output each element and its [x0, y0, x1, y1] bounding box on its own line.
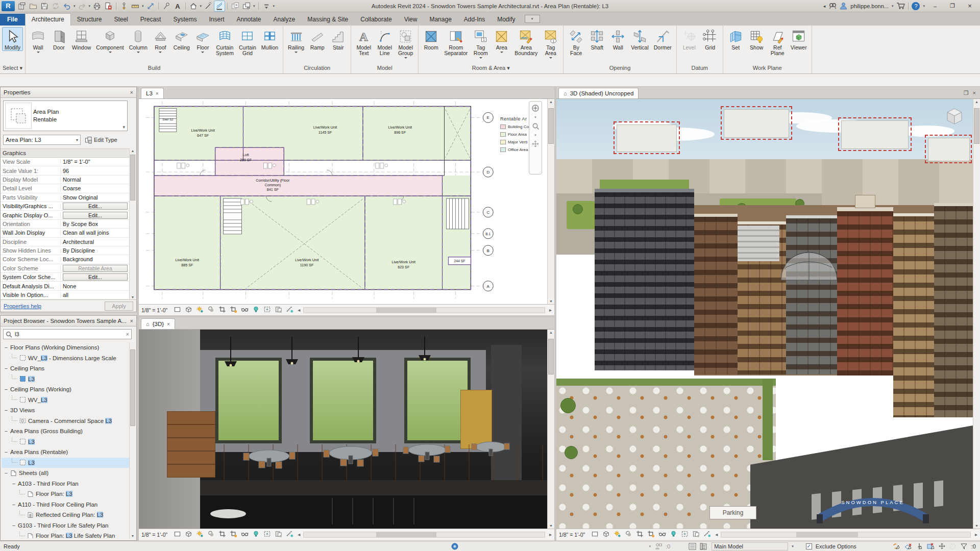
property-value[interactable]: Coarse [61, 185, 130, 191]
menu-caret-icon[interactable] [137, 52, 140, 55]
select-by-face-icon[interactable] [926, 542, 935, 550]
door-button[interactable]: Door [48, 27, 69, 51]
section-mark-button[interactable] [203, 1, 213, 11]
tag-button[interactable] [161, 1, 172, 11]
tag-room-button[interactable]: 1TagRoom [470, 27, 491, 61]
tree-item[interactable]: L3 [2, 374, 129, 385]
collapse-toggle-icon[interactable]: − [11, 522, 16, 529]
exterior-scale[interactable]: 1/8" = 1'-0" [559, 532, 585, 538]
tag-area-button[interactable]: 1TagArea [540, 27, 561, 61]
property-value[interactable]: Clean all wall joins [61, 230, 130, 236]
mullion-button[interactable]: Mullion [259, 27, 281, 51]
collapse-toggle-icon[interactable]: − [4, 470, 9, 476]
tree-category[interactable]: −3D Views [2, 405, 129, 416]
tree-category[interactable]: −Area Plans (Gross Building) [2, 426, 129, 437]
viewer-button[interactable]: Viewer [788, 27, 810, 51]
plan-view-tab[interactable]: L3× [141, 88, 164, 98]
tree-item[interactable]: Reflected Ceiling Plan: L3 [2, 510, 129, 520]
vertical-button[interactable]: Vertical [628, 27, 651, 51]
aligned-dim-button[interactable] [145, 1, 156, 11]
tree-category[interactable]: −Ceiling Plans [2, 363, 129, 374]
help-icon[interactable]: ? [912, 2, 920, 10]
tree-item[interactable]: Camera - Commercial Space L3 [2, 416, 129, 427]
vc-reveal-icon[interactable] [681, 530, 689, 538]
tab-massing-site[interactable]: Massing & Site [301, 14, 354, 26]
vc-glasses-icon[interactable] [241, 530, 249, 538]
home-3d-button[interactable] [188, 1, 199, 11]
vc-crop-icon[interactable] [218, 530, 226, 538]
property-value[interactable]: By Discipline [61, 247, 130, 254]
pin-measure-button[interactable] [119, 1, 129, 11]
area-boundary-button[interactable]: AreaBoundary [512, 27, 540, 57]
tree-item[interactable]: Floor Plan: L3 [2, 489, 129, 499]
vc-bulb-icon[interactable] [252, 306, 260, 313]
model-group-button[interactable]: ModelGroup [395, 27, 416, 61]
scroll-right-icon[interactable]: ▸ [549, 532, 552, 537]
vc-style-icon[interactable] [174, 530, 181, 538]
menu-caret-icon[interactable] [37, 52, 40, 55]
vc-detail-icon[interactable] [185, 306, 192, 313]
vc-sun-icon[interactable] [614, 530, 621, 538]
room-separator-button[interactable]: RoomSeparator [442, 27, 470, 57]
plan-hscrollbar[interactable] [303, 307, 545, 313]
dropdown-caret-icon[interactable]: ▾ [142, 4, 144, 8]
vc-detail-icon[interactable] [185, 530, 192, 538]
vc-shadow-icon[interactable] [207, 306, 215, 313]
tab-add-ins[interactable]: Add-Ins [458, 14, 491, 26]
design-options-dialog-icon[interactable] [700, 543, 708, 550]
graphics-section-header[interactable]: Graphics [1, 148, 130, 158]
vc-bulb-icon[interactable] [252, 530, 260, 538]
property-value[interactable]: Architectural [61, 239, 130, 245]
tree-item[interactable]: L3 [2, 437, 129, 447]
vc-crop-show-icon[interactable] [230, 530, 237, 538]
tree-item[interactable]: WV_L3 [2, 395, 129, 406]
switch-windows-button[interactable] [241, 1, 252, 11]
curtain-grid-button[interactable]: CurtainGrid [236, 27, 259, 57]
vc-reveal-icon[interactable] [263, 530, 271, 538]
instance-selector[interactable]: Area Plan: L3▾ [3, 135, 81, 145]
vc-worksets-icon[interactable] [275, 306, 282, 313]
tab-view[interactable]: View [398, 14, 424, 26]
collapse-toggle-icon[interactable]: − [4, 449, 9, 455]
close-hidden-button[interactable] [230, 1, 240, 11]
active-design-option-select[interactable]: Main Model [712, 542, 788, 550]
set-button[interactable]: Set [725, 27, 746, 51]
plan-tab-close-icon[interactable]: × [156, 91, 159, 96]
vc-worksets-icon[interactable] [275, 530, 282, 538]
tree-category[interactable]: −G103 - Third Floor Life Safety Plan [2, 520, 129, 531]
vc-shadow-icon[interactable] [207, 530, 215, 538]
exterior-view-tab[interactable]: ⌂ 3D (Shaded) Uncropped [558, 88, 639, 98]
browser-search-input[interactable]: l3 × [3, 329, 132, 339]
tab-manage[interactable]: Manage [423, 14, 457, 26]
vc-crop-icon[interactable] [218, 306, 226, 313]
tab-precast[interactable]: Precast [134, 14, 167, 26]
collapse-toggle-icon[interactable]: − [4, 386, 9, 392]
menu-caret-icon[interactable] [295, 52, 298, 55]
vc-crop-show-icon[interactable] [647, 530, 655, 538]
exterior-canvas[interactable]: Parking SNOWDON PLACE [556, 99, 973, 529]
collapse-chevron-icon[interactable]: ◂ [298, 532, 300, 537]
plan-canvas[interactable]: Stair S2 Live/Work Unit647 SF Live/Work … [139, 99, 547, 304]
properties-scrollbar[interactable]: ▲▼ [129, 148, 136, 299]
dropdown-caret-icon[interactable]: ▾ [200, 4, 202, 8]
collapse-toggle-icon[interactable]: − [11, 481, 16, 487]
tree-category[interactable]: −Area Plans (Rentable) [2, 447, 129, 458]
design-option-caret-icon[interactable]: ▾ [792, 544, 794, 548]
redo-button[interactable] [77, 1, 87, 11]
drag-on-selection-icon[interactable] [938, 542, 946, 550]
scroll-right-icon[interactable]: ▸ [975, 532, 977, 537]
plan-vscrollbar[interactable]: ▲▼ [547, 99, 554, 304]
select-pinned-icon[interactable] [916, 542, 923, 550]
interior-scale[interactable]: 1/8" = 1'-0" [141, 532, 167, 538]
tree-category[interactable]: −Floor Plans (Working Dimensions) [2, 342, 129, 353]
filter-icon[interactable] [960, 543, 968, 550]
browser-scrollbar[interactable]: ▼ [129, 342, 136, 538]
collapse-chevron-icon[interactable]: ◂ [298, 307, 300, 313]
vc-style-icon[interactable] [174, 306, 181, 313]
exterior-vscrollbar[interactable]: ▲▼ [973, 99, 980, 529]
property-edit-button[interactable]: Edit... [63, 203, 128, 210]
properties-help-link[interactable]: Properties help [4, 303, 41, 309]
column-button[interactable]: Column [127, 27, 150, 55]
interior-canvas[interactable] [139, 330, 547, 529]
property-value[interactable]: By Scope Box [61, 221, 130, 227]
